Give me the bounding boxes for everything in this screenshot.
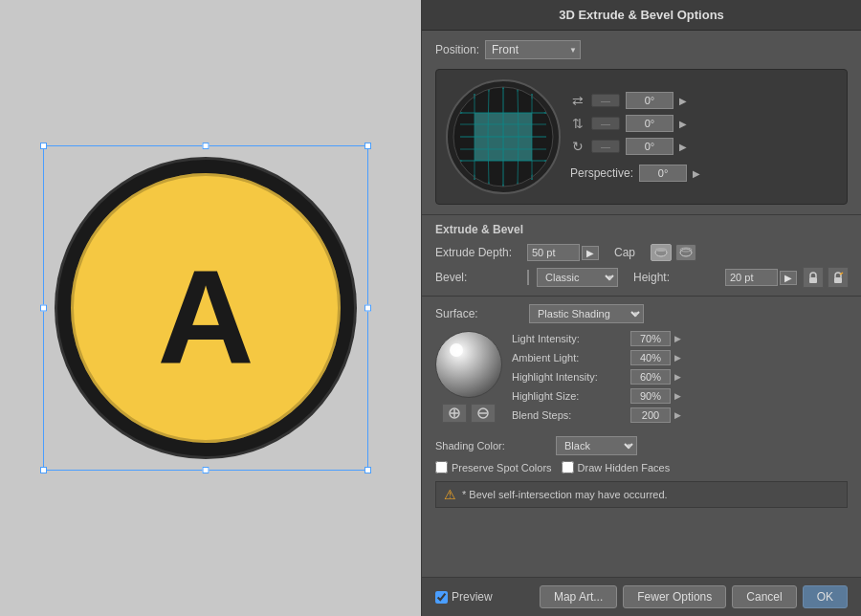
warning-icon: ⚠ [444,487,456,502]
cap-on-icon[interactable] [651,244,672,261]
rotation-z-arrow[interactable]: ▶ [679,142,687,152]
bevel-select-wrapper[interactable]: Classic None Round [537,268,618,287]
rotation-x-arrow[interactable]: ▶ [679,96,687,106]
extrude-depth-row: Extrude Depth: ▶ Cap [435,244,848,261]
ambient-light-label: Ambient Light: [512,352,627,363]
highlight-intensity-row: Highlight Intensity: ▶ [512,369,848,385]
handle-top-right[interactable] [364,143,371,149]
rotation-z-input[interactable] [626,138,673,155]
add-light-btn[interactable] [442,404,467,423]
shading-color-select-wrapper[interactable]: Black White Custom [556,436,637,455]
rotation-y-input[interactable] [626,115,673,132]
extrude-depth-label: Extrude Depth: [435,246,521,259]
bevel-swatch [527,270,529,285]
surface-label: Surface: [435,307,521,320]
position-select[interactable]: Front Back Left Right Top Bottom [485,40,581,59]
ambient-light-arrow[interactable]: ▶ [674,353,681,363]
svg-point-9 [455,89,551,185]
preview-checkbox[interactable] [435,591,448,604]
perspective-input[interactable] [639,165,687,182]
svg-point-11 [655,248,667,252]
light-intensity-arrow[interactable]: ▶ [674,334,681,343]
ambient-light-row: Ambient Light: ▶ [512,350,848,365]
canvas-area: A [0,0,411,616]
blend-steps-input[interactable] [630,407,671,423]
position-select-wrapper[interactable]: Front Back Left Right Top Bottom [485,40,581,59]
rotation-controls: ⇄ — ▶ ⇅ — ▶ ↻ [570,92,837,182]
perspective-label: Perspective: [570,166,633,180]
shading-color-label: Shading Color: [435,440,550,451]
svg-point-12 [680,249,692,256]
svg-rect-15 [834,277,842,283]
surface-select[interactable]: Plastic Shading Diffuse Shading No Shadi… [529,304,644,323]
highlight-size-arrow[interactable]: ▶ [674,391,681,401]
handle-bot-right[interactable] [364,467,371,473]
extrude-section-divider [422,214,861,215]
bevel-select[interactable]: Classic None Round [537,268,618,287]
bottom-buttons-bar: Preview Map Art... Fewer Options Cancel … [422,577,861,616]
highlight-intensity-label: Highlight Intensity: [512,371,627,383]
artwork-container: A [57,160,354,456]
height-label: Height: [633,271,719,284]
handle-top-mid[interactable] [203,143,210,149]
ok-button[interactable]: OK [803,585,848,608]
rotation-x-track[interactable]: — [591,94,620,107]
rotation-y-arrow[interactable]: ▶ [679,119,687,129]
shading-area: Light Intensity: ▶ Ambient Light: ▶ High… [435,331,848,429]
rotation-z-icon: ↻ [570,139,585,154]
cancel-button[interactable]: Cancel [732,585,796,608]
remove-light-btn[interactable] [471,404,496,423]
rotation-z-track[interactable]: — [591,140,620,153]
height-input[interactable] [725,269,778,286]
shading-color-select[interactable]: Black White Custom [556,436,637,455]
lock-icons [803,267,849,288]
rotation-x-input[interactable] [626,92,673,109]
extrude-section-title: Extrude & Bevel [435,223,848,236]
handle-top-left[interactable] [40,143,47,149]
draw-hidden-label[interactable]: Draw Hidden Faces [562,461,671,473]
highlight-size-row: Highlight Size: ▶ [512,388,848,404]
sphere-preview [446,79,561,194]
rotation-y-icon: ⇅ [570,116,585,131]
blend-steps-arrow[interactable]: ▶ [674,410,681,420]
handle-mid-right[interactable] [364,305,371,312]
highlight-intensity-input[interactable] [630,369,671,385]
draw-hidden-checkbox[interactable] [562,461,574,473]
highlight-size-label: Highlight Size: [512,390,627,402]
light-intensity-input[interactable] [630,331,671,346]
handle-bot-left[interactable] [40,467,47,473]
shading-color-row: Shading Color: Black White Custom [435,436,848,455]
extrude-depth-input[interactable] [527,244,580,261]
highlight-intensity-arrow[interactable]: ▶ [674,372,681,382]
perspective-arrow[interactable]: ▶ [693,168,700,179]
cap-icons [651,244,696,261]
preview-checkbox-label[interactable]: Preview [435,590,493,604]
bevel-row: Bevel: Classic None Round Height: ▶ [435,267,848,288]
perspective-row: Perspective: ▶ [570,165,837,182]
lock-btn-2[interactable] [828,267,849,288]
fewer-options-button[interactable]: Fewer Options [623,585,726,608]
preview-label: Preview [452,590,493,604]
lock-btn-1[interactable] [803,267,824,288]
handle-bot-mid[interactable] [203,467,210,473]
blend-steps-row: Blend Steps: ▶ [512,407,848,423]
preserve-spot-label[interactable]: Preserve Spot Colors [435,461,552,473]
rotation-y-track[interactable]: — [591,117,620,130]
cap-off-icon[interactable] [675,244,696,261]
preserve-spot-checkbox[interactable] [435,461,448,473]
dialog-panel: 3D Extrude & Bevel Options Position: Fro… [421,0,861,616]
extrude-depth-arrow[interactable]: ▶ [582,246,599,260]
handle-mid-left[interactable] [40,305,47,312]
letter-a-glyph: A [157,251,254,385]
shading-icons-row [442,404,496,423]
rotation-x-icon: ⇄ [570,93,585,108]
highlight-size-input[interactable] [630,388,671,404]
rotation-z-row: ↻ — ▶ [570,138,837,155]
surface-select-wrapper[interactable]: Plastic Shading Diffuse Shading No Shadi… [529,304,644,323]
checkboxes-row: Preserve Spot Colors Draw Hidden Faces [435,461,848,473]
ambient-light-input[interactable] [630,350,671,365]
warning-row: ⚠ * Bevel self-intersection may have occ… [435,481,848,508]
map-art-button[interactable]: Map Art... [540,585,617,608]
sphere-area: ⇄ — ▶ ⇅ — ▶ ↻ [435,69,848,205]
height-arrow[interactable]: ▶ [780,271,797,285]
